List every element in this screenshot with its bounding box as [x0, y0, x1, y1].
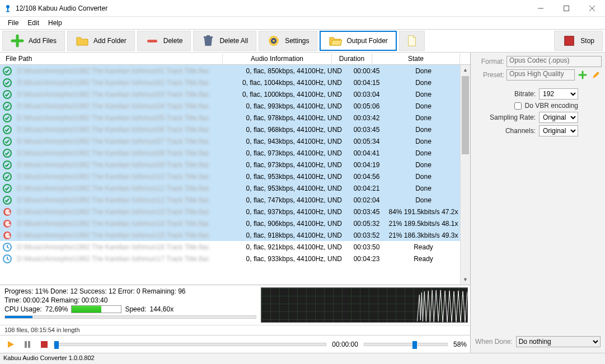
state-cell: 21% 189.5kbits/s 48.1x: [387, 220, 460, 228]
col-duration-header[interactable]: Duration: [332, 54, 372, 64]
preset-select[interactable]: Opus High Quality: [506, 69, 575, 81]
col-state-header[interactable]: State: [372, 54, 460, 64]
audio-info-cell: 0, flac, 933kbps, 44100Hz, UND: [237, 255, 346, 263]
table-row[interactable]: D:\Music\Amorphis\1992 The Karelian Isth…: [0, 253, 460, 264]
svg-rect-2: [6, 11, 10, 12]
audio-info-cell: 0, flac, 1004kbps, 44100Hz, UND: [237, 79, 346, 87]
svg-rect-7: [147, 40, 157, 42]
file-path-cell: D:\Music\Amorphis\1992 The Karelian Isth…: [15, 231, 237, 239]
status-icon: [0, 78, 15, 87]
table-row[interactable]: D:\Music\Amorphis\1992 The Karelian Isth…: [0, 100, 460, 112]
duration-cell: 00:04:41: [346, 149, 387, 157]
edit-preset-button[interactable]: [590, 69, 602, 81]
vertical-scrollbar[interactable]: ▲ ▼: [460, 65, 470, 285]
sampling-select[interactable]: Original: [539, 112, 578, 123]
file-path-cell: D:\Music\Amorphis\1992 The Karelian Isth…: [15, 126, 237, 134]
table-row[interactable]: D:\Music\Amorphis\1992 The Karelian Isth…: [0, 182, 460, 194]
duration-cell: 00:05:32: [346, 220, 387, 228]
state-cell: Done: [387, 102, 460, 110]
minimize-button[interactable]: [528, 0, 554, 17]
audio-info-cell: 0, flac, 973kbps, 44100Hz, UND: [237, 161, 346, 169]
state-cell: Done: [387, 79, 460, 87]
table-row[interactable]: D:\Music\Amorphis\1992 The Karelian Isth…: [0, 112, 460, 124]
output-folder-button[interactable]: Output Folder: [320, 31, 396, 51]
add-preset-button[interactable]: [577, 69, 588, 81]
maximize-button[interactable]: [554, 0, 579, 17]
vbr-checkbox[interactable]: [514, 102, 522, 110]
add-folder-button[interactable]: Add Folder: [67, 31, 135, 51]
seek-slider[interactable]: [54, 343, 326, 346]
state-cell: Done: [387, 114, 460, 122]
audio-info-cell: 0, flac, 747kbps, 44100Hz, UND: [237, 196, 346, 204]
audio-info-cell: 0, flac, 993kbps, 44100Hz, UND: [237, 102, 346, 110]
volume-slider[interactable]: [364, 343, 448, 346]
svg-rect-1: [7, 8, 8, 11]
scroll-up-icon[interactable]: ▲: [461, 65, 470, 75]
add-folder-label: Add Folder: [93, 37, 126, 45]
table-row[interactable]: D:\Music\Amorphis\1992 The Karelian Isth…: [0, 65, 460, 77]
close-button[interactable]: [579, 0, 605, 17]
format-select[interactable]: Opus Codec (.opus): [506, 56, 602, 67]
play-button[interactable]: [3, 338, 18, 351]
menu-help[interactable]: Help: [45, 18, 65, 28]
playback-time: 00:00:00: [332, 341, 358, 348]
duration-cell: 00:00:45: [346, 67, 387, 75]
status-icon: [0, 207, 15, 216]
table-row[interactable]: D:\Music\Amorphis\1992 The Karelian Isth…: [0, 194, 460, 206]
file-path-cell: D:\Music\Amorphis\1992 The Karelian Isth…: [15, 208, 237, 216]
state-cell: Done: [387, 161, 460, 169]
document-icon: [405, 34, 419, 48]
channels-select[interactable]: Original: [539, 125, 578, 136]
table-row[interactable]: D:\Music\Amorphis\1992 The Karelian Isth…: [0, 171, 460, 182]
duration-cell: 00:03:50: [346, 243, 387, 251]
audio-info-cell: 0, flac, 918kbps, 44100Hz, UND: [237, 231, 346, 239]
add-files-button[interactable]: Add Files: [2, 31, 65, 51]
settings-panel: Format: Opus Codec (.opus) Preset: Opus …: [471, 53, 605, 353]
menu-edit[interactable]: Edit: [24, 18, 43, 28]
status-icon: [0, 90, 15, 99]
table-row[interactable]: D:\Music\Amorphis\1992 The Karelian Isth…: [0, 135, 460, 147]
scroll-thumb[interactable]: [462, 76, 469, 154]
folder-open-icon: [329, 34, 342, 48]
scroll-down-icon[interactable]: ▼: [461, 275, 470, 285]
table-row[interactable]: D:\Music\Amorphis\1992 The Karelian Isth…: [0, 229, 460, 241]
document-button[interactable]: [399, 31, 425, 51]
menu-file[interactable]: File: [4, 18, 22, 28]
bitrate-select[interactable]: 192: [539, 88, 578, 100]
table-row[interactable]: D:\Music\Amorphis\1992 The Karelian Isth…: [0, 241, 460, 253]
delete-button[interactable]: Delete: [137, 31, 191, 51]
delete-label: Delete: [163, 37, 183, 45]
file-path-cell: D:\Music\Amorphis\1992 The Karelian Isth…: [15, 185, 237, 192]
stop-playback-button[interactable]: [37, 338, 51, 351]
table-row[interactable]: D:\Music\Amorphis\1992 The Karelian Isth…: [0, 88, 460, 100]
audio-info-cell: 0, flac, 1000kbps, 44100Hz, UND: [237, 91, 346, 98]
audio-info-cell: 0, flac, 937kbps, 44100Hz, UND: [237, 208, 346, 216]
status-icon: [0, 137, 15, 146]
table-row[interactable]: D:\Music\Amorphis\1992 The Karelian Isth…: [0, 77, 460, 88]
settings-button[interactable]: Settings: [259, 31, 317, 51]
stop-button[interactable]: Stop: [554, 31, 603, 51]
table-row[interactable]: D:\Music\Amorphis\1992 The Karelian Isth…: [0, 147, 460, 159]
col-path-header[interactable]: File Path: [0, 54, 223, 64]
file-path-cell: D:\Music\Amorphis\1992 The Karelian Isth…: [15, 173, 237, 181]
file-path-cell: D:\Music\Amorphis\1992 The Karelian Isth…: [15, 114, 237, 122]
whendone-select[interactable]: Do nothing: [516, 336, 601, 347]
col-info-header[interactable]: Audio Information: [223, 54, 332, 64]
pause-button[interactable]: [20, 338, 35, 351]
status-panel: Progress: 11% Done: 12 Success: 12 Error…: [0, 285, 470, 325]
file-list[interactable]: D:\Music\Amorphis\1992 The Karelian Isth…: [0, 65, 470, 285]
state-cell: 21% 186.3kbits/s 49.3x: [387, 231, 460, 239]
file-path-cell: D:\Music\Amorphis\1992 The Karelian Isth…: [15, 161, 237, 169]
cpu-value: 72,69%: [45, 305, 68, 313]
state-cell: Done: [387, 126, 460, 134]
status-icon: [0, 102, 15, 111]
table-row[interactable]: D:\Music\Amorphis\1992 The Karelian Isth…: [0, 124, 460, 135]
file-path-cell: D:\Music\Amorphis\1992 The Karelian Isth…: [15, 149, 237, 157]
table-row[interactable]: D:\Music\Amorphis\1992 The Karelian Isth…: [0, 206, 460, 218]
format-label: Format:: [474, 58, 504, 65]
status-icon: [0, 172, 15, 181]
table-row[interactable]: D:\Music\Amorphis\1992 The Karelian Isth…: [0, 159, 460, 171]
table-row[interactable]: D:\Music\Amorphis\1992 The Karelian Isth…: [0, 218, 460, 229]
delete-all-button[interactable]: Delete All: [193, 31, 256, 51]
app-icon: [3, 4, 12, 13]
